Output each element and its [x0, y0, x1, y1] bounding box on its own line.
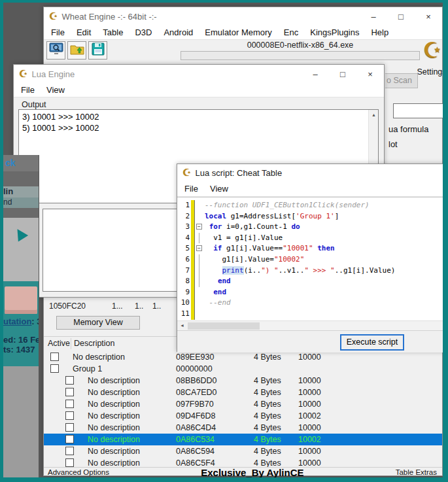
table-row[interactable]: No description0A86C5344 Bytes10002 — [44, 434, 442, 445]
memory-view-button[interactable]: Memory View — [56, 316, 140, 330]
table-row[interactable]: No description0A86C5944 Bytes10000 — [44, 445, 442, 457]
table-row[interactable]: No description097F9B704 Bytes10000 — [44, 398, 442, 410]
minimize-button[interactable]: – — [302, 65, 329, 83]
row-checkbox[interactable] — [65, 411, 74, 420]
open-folder-icon — [70, 43, 84, 58]
close-button[interactable]: × — [415, 7, 442, 26]
background-text-fragment: nd — [3, 198, 12, 207]
close-button[interactable]: × — [356, 65, 384, 83]
found-address: 1050FC20 — [49, 301, 86, 311]
app-crescent-icon: ☪ — [49, 10, 58, 22]
table-row[interactable]: No description08BB6DD04 Bytes10000 — [44, 375, 442, 387]
table-extras-link[interactable]: Table Extras — [396, 468, 437, 476]
menu-android[interactable]: Android — [158, 26, 199, 39]
screenshot-frame — [0, 0, 448, 3]
reputation-fragment: utation: 34 — [3, 317, 39, 326]
script-bottom-panel: Execute script — [177, 330, 447, 353]
lua-engine-title: Lua Engine — [31, 69, 75, 79]
main-menubar: FileEditTableD3DAndroidEmulator MemoryEn… — [44, 26, 442, 40]
scan-button-fragment[interactable]: o Scan — [385, 73, 418, 88]
minimize-button[interactable]: – — [360, 7, 387, 26]
scroll-up-icon[interactable]: ▲ — [369, 110, 379, 120]
maximize-button[interactable]: □ — [387, 7, 415, 26]
posts-fragment: ts: 1437 — [3, 345, 35, 354]
row-checkbox[interactable] — [65, 376, 74, 385]
menu-edit[interactable]: Edit — [71, 26, 97, 39]
app-crescent-icon: ☪ — [182, 167, 191, 179]
fold-collapse-icon[interactable]: − — [196, 224, 202, 230]
table-row[interactable]: No description08CA7ED04 Bytes10000 — [44, 387, 442, 398]
cursor-arrow — [12, 226, 28, 242]
menu-d3d[interactable]: D3D — [129, 26, 158, 39]
row-checkbox[interactable] — [50, 364, 59, 373]
scan-value-input[interactable] — [393, 103, 445, 118]
attached-process-label: 000008E0-netflix-x86_64.exe — [181, 41, 420, 50]
menu-view[interactable]: View — [204, 182, 234, 195]
header-active[interactable]: Active — [48, 339, 70, 348]
code-line: 8 end — [177, 276, 447, 287]
row-checkbox[interactable] — [65, 388, 74, 396]
scan-progress-bar — [181, 51, 420, 60]
main-titlebar[interactable]: ☪ Wheat Engine -:- 64bit -:- – □ × — [44, 7, 442, 26]
select-process-button[interactable] — [46, 41, 65, 60]
menu-view[interactable]: View — [41, 84, 71, 96]
found-value-col1: 1... — [112, 301, 123, 311]
maximize-button[interactable]: □ — [329, 65, 356, 83]
background-strip: nd — [3, 198, 39, 208]
cheat-table-rows: No description089EE9304 Bytes10000Group … — [44, 351, 442, 469]
lua-engine-menubar: FileView — [14, 83, 384, 97]
header-divider[interactable] — [71, 338, 71, 349]
screenshot-frame — [0, 477, 448, 482]
code-line: 7 print(i..") "..v1.." >>> "..g1[i].Valu… — [177, 266, 447, 277]
scrollbar-thumb[interactable] — [188, 322, 260, 330]
menu-table[interactable]: Table — [97, 26, 129, 39]
fold-collapse-icon[interactable]: − — [196, 245, 202, 251]
lua-formula-label-fragment[interactable]: ua formula — [388, 124, 428, 134]
menu-file[interactable]: File — [45, 26, 71, 39]
bottom-bar: Advanced Options Exclusive_By AylinCE Ta… — [44, 467, 442, 475]
menu-enc[interactable]: Enc — [278, 26, 304, 39]
code-line: 3− for i=0,g1.Count-1 do — [177, 222, 447, 233]
menu-file[interactable]: File — [179, 182, 204, 195]
table-row[interactable]: No description09D4F6D84 Bytes10002 — [44, 410, 442, 422]
avatar — [5, 286, 37, 314]
row-checkbox[interactable] — [65, 435, 74, 443]
output-line: 3) 10001 >>> 10002 — [19, 111, 378, 122]
joined-fragment: ed: 16 Feb — [3, 335, 39, 345]
menu-kingsplugins[interactable]: KingsPlugins — [304, 26, 365, 39]
row-checkbox[interactable] — [65, 423, 74, 432]
row-checkbox[interactable] — [50, 353, 59, 361]
code-line: 2local g1=AddressList['Group 1'] — [177, 211, 447, 222]
code-line: 9 end — [177, 287, 447, 298]
code-line: 6 g1[i].Value="10002" — [177, 254, 447, 266]
row-checkbox[interactable] — [65, 447, 74, 455]
background-strip — [3, 366, 39, 479]
open-table-button[interactable] — [67, 41, 86, 60]
header-description[interactable]: Description — [74, 339, 115, 348]
code-line: 1--function UDF1_CEButton1Click(sender) — [177, 200, 447, 211]
background-strip — [3, 171, 39, 186]
table-row[interactable]: Group 100000000 — [44, 363, 442, 375]
advanced-options-link[interactable]: Advanced Options — [48, 468, 109, 476]
lua-engine-titlebar[interactable]: ☪ Lua Engine – □ × — [14, 65, 384, 83]
lua-code-editor[interactable]: 1--function UDF1_CEButton1Click(sender)2… — [177, 197, 447, 320]
scroll-left-icon[interactable]: ◄ — [177, 321, 187, 330]
save-floppy-icon — [91, 43, 105, 58]
option-label-fragment[interactable]: lot — [388, 139, 398, 149]
select-process-icon — [49, 43, 63, 58]
save-table-button[interactable] — [88, 41, 107, 60]
app-crescent-icon: ☪ — [19, 68, 27, 80]
background-browser-fragment: ck lin nd utation: 34 ed: 16 Feb ts: 143… — [3, 155, 39, 479]
menu-emulator-memory[interactable]: Emulator Memory — [199, 26, 278, 39]
table-row[interactable]: No description0A86C4D44 Bytes10000 — [44, 422, 442, 434]
lua-script-window: ☪ Lua script: Cheat Table FileView 1--fu… — [177, 164, 447, 352]
menu-file[interactable]: File — [15, 84, 41, 96]
background-strip — [3, 208, 39, 218]
lua-script-titlebar[interactable]: ☪ Lua script: Cheat Table — [177, 164, 447, 181]
table-row[interactable]: No description089EE9304 Bytes10000 — [44, 351, 442, 363]
editor-hscrollbar[interactable]: ◄ — [177, 320, 447, 330]
execute-script-button[interactable]: Execute script — [340, 334, 404, 351]
menu-help[interactable]: Help — [365, 26, 394, 39]
row-checkbox[interactable] — [65, 458, 74, 467]
row-checkbox[interactable] — [65, 400, 74, 408]
